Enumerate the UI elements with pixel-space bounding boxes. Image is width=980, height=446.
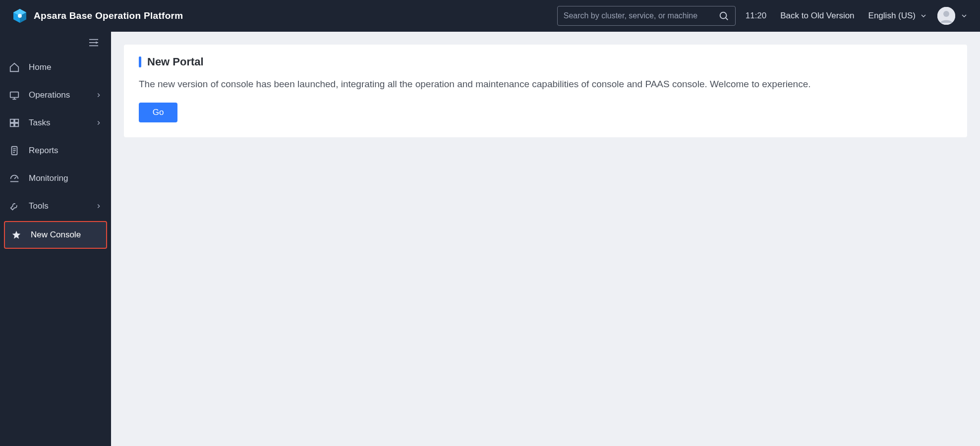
- brand-title: Apsara Base Operation Platform: [34, 10, 183, 21]
- sidebar-collapse-icon[interactable]: [88, 38, 99, 47]
- panel-title-row: New Portal: [139, 56, 952, 68]
- language-selector[interactable]: English (US): [868, 11, 927, 21]
- user-avatar-icon: [937, 7, 955, 25]
- sidebar-item-home[interactable]: Home: [0, 54, 111, 81]
- sidebar: HomeOperationsTasksReportsMonitoringTool…: [0, 32, 111, 446]
- sidebar-collapse-row: [0, 32, 111, 54]
- main-content: New Portal The new version of console ha…: [111, 32, 980, 446]
- search-box[interactable]: [557, 6, 736, 26]
- sidebar-item-reports[interactable]: Reports: [0, 137, 111, 165]
- svg-point-7: [943, 11, 949, 17]
- new-portal-panel: New Portal The new version of console ha…: [124, 45, 967, 137]
- svg-point-3: [18, 14, 22, 18]
- svg-line-5: [726, 18, 728, 20]
- sidebar-item-label: New Console: [31, 230, 97, 240]
- language-label: English (US): [868, 11, 916, 21]
- chevron-down-icon: [920, 12, 927, 20]
- search-icon[interactable]: [718, 10, 729, 21]
- monitoring-icon: [9, 173, 20, 184]
- search-input[interactable]: [564, 11, 718, 20]
- sidebar-item-monitoring[interactable]: Monitoring: [0, 165, 111, 192]
- chevron-right-icon: [95, 203, 102, 210]
- sidebar-item-tasks[interactable]: Tasks: [0, 109, 111, 137]
- operations-icon: [9, 90, 20, 101]
- header-time: 11:20: [746, 11, 767, 21]
- panel-description: The new version of console has been laun…: [139, 77, 952, 92]
- sidebar-item-label: Tasks: [29, 118, 86, 128]
- home-icon: [9, 62, 20, 73]
- star-icon: [11, 229, 22, 240]
- brand[interactable]: Apsara Base Operation Platform: [12, 8, 183, 24]
- reports-icon: [9, 145, 20, 156]
- chevron-right-icon: [95, 92, 102, 99]
- app-header: Apsara Base Operation Platform 11:20 Bac…: [0, 0, 980, 32]
- title-accent-bar: [139, 56, 141, 67]
- back-to-old-version-link[interactable]: Back to Old Version: [780, 11, 854, 21]
- go-button[interactable]: Go: [139, 103, 177, 122]
- chevron-down-icon[interactable]: [960, 12, 968, 20]
- user-avatar[interactable]: [937, 7, 955, 25]
- tasks-icon: [9, 117, 20, 128]
- sidebar-nav: HomeOperationsTasksReportsMonitoringTool…: [0, 54, 111, 250]
- sidebar-item-label: Home: [29, 62, 102, 72]
- chevron-right-icon: [95, 119, 102, 126]
- sidebar-item-operations[interactable]: Operations: [0, 81, 111, 109]
- svg-point-4: [720, 12, 726, 19]
- sidebar-item-label: Tools: [29, 201, 86, 211]
- brand-logo-icon: [12, 8, 28, 24]
- tools-icon: [9, 201, 20, 212]
- sidebar-item-new-console[interactable]: New Console: [4, 221, 107, 249]
- sidebar-item-label: Monitoring: [29, 173, 102, 183]
- sidebar-item-label: Reports: [29, 146, 102, 156]
- sidebar-item-label: Operations: [29, 90, 86, 100]
- sidebar-item-tools[interactable]: Tools: [0, 192, 111, 220]
- panel-title: New Portal: [147, 56, 204, 68]
